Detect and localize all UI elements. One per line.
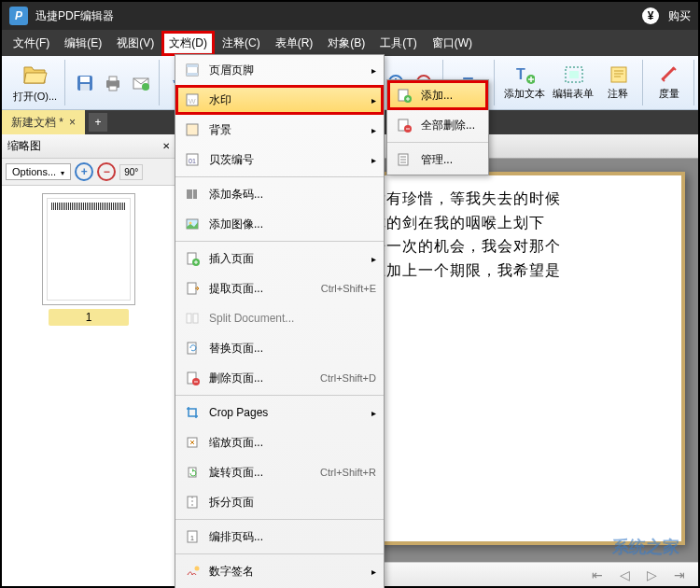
- svg-rect-28: [188, 283, 196, 294]
- menu-edit[interactable]: 编辑(E): [57, 31, 109, 56]
- thumb-zoom-out[interactable]: −: [97, 162, 116, 181]
- menu-insert-page[interactable]: 插入页面 ▸: [175, 244, 384, 273]
- document-tab[interactable]: 新建文档 * ×: [2, 110, 85, 134]
- menu-extract-page[interactable]: 提取页面... Ctrl+Shift+E: [175, 273, 384, 303]
- nav-next-button[interactable]: ▷: [641, 566, 663, 584]
- separator: [175, 176, 384, 177]
- svg-rect-4: [109, 77, 117, 81]
- svg-rect-5: [109, 86, 117, 91]
- chevron-right-icon: ▸: [371, 408, 376, 418]
- app-title: 迅捷PDF编辑器: [35, 8, 642, 24]
- open-button[interactable]: 打开(O)...: [9, 60, 61, 105]
- separator: [175, 553, 384, 554]
- nav-prev-button[interactable]: ◁: [614, 566, 636, 584]
- email-button[interactable]: [127, 71, 155, 95]
- options-button[interactable]: Options... ▾: [6, 163, 71, 180]
- svg-text:T: T: [516, 66, 525, 82]
- svg-rect-17: [187, 64, 198, 67]
- delete-page-icon: [183, 369, 202, 387]
- currency-icon[interactable]: ¥: [642, 7, 659, 24]
- menu-bates[interactable]: 01 贝茨编号 ▸: [175, 145, 384, 175]
- thumbnail-sidebar: 缩略图 ✕ Options... ▾ + − 90° 1: [2, 134, 176, 586]
- menu-page-number[interactable]: 1 编排页码...: [175, 522, 384, 552]
- svg-rect-2: [80, 84, 90, 91]
- manage-icon: [395, 150, 413, 169]
- close-tab-button[interactable]: ×: [69, 116, 76, 129]
- bates-icon: 01: [183, 150, 202, 169]
- nav-first-button[interactable]: ⇤: [586, 566, 609, 584]
- menu-background[interactable]: 背景 ▸: [175, 115, 384, 145]
- split-icon: [183, 309, 202, 328]
- menu-crop-pages[interactable]: Crop Pages ▸: [175, 398, 384, 427]
- menu-header-footer[interactable]: 页眉页脚 ▸: [175, 55, 384, 85]
- sidebar-close-button[interactable]: ✕: [162, 141, 170, 151]
- titlebar: P 迅捷PDF编辑器 ¥ 购买: [2, 2, 698, 30]
- form-icon: [563, 64, 583, 85]
- menu-file[interactable]: 文件(F): [6, 31, 57, 56]
- submenu-add[interactable]: 添加...: [387, 80, 488, 110]
- separator: [387, 142, 488, 143]
- menu-object[interactable]: 对象(B): [320, 31, 372, 56]
- printer-icon: [103, 73, 123, 93]
- menu-form[interactable]: 表单(R): [268, 31, 321, 56]
- background-icon: [183, 120, 202, 139]
- menu-replace-page[interactable]: 替换页面...: [175, 333, 384, 363]
- menu-split-document[interactable]: Split Document...: [175, 303, 384, 333]
- barcode-icon: [183, 185, 202, 203]
- extract-icon: [183, 279, 202, 298]
- menu-split-page[interactable]: 拆分页面: [175, 487, 384, 517]
- chevron-right-icon: ▸: [371, 155, 376, 165]
- menu-tools[interactable]: 工具(T): [372, 31, 424, 56]
- sidebar-title: 缩略图: [7, 138, 41, 154]
- menu-watermark[interactable]: W 水印 ▸: [175, 85, 384, 115]
- annotate-button[interactable]: 注释: [597, 63, 638, 103]
- menu-document[interactable]: 文档(D): [161, 31, 215, 56]
- svg-rect-31: [188, 343, 196, 354]
- nav-last-button[interactable]: ⇥: [668, 566, 691, 584]
- watermark-icon: W: [183, 91, 202, 109]
- delete-all-icon: [395, 116, 413, 134]
- svg-point-39: [195, 567, 200, 571]
- chevron-right-icon: ▸: [371, 65, 376, 76]
- menu-window[interactable]: 窗口(W): [425, 31, 480, 56]
- save-button[interactable]: [71, 71, 99, 95]
- submenu-delete-all[interactable]: 全部删除...: [387, 110, 488, 140]
- edit-form-button[interactable]: 编辑表单: [549, 63, 597, 103]
- measure-button[interactable]: 度量: [649, 63, 690, 103]
- menu-zoom-page[interactable]: 缩放页面...: [175, 427, 384, 457]
- add-tab-button[interactable]: +: [89, 113, 107, 132]
- add-icon: [395, 86, 413, 105]
- menu-add-image[interactable]: 添加图像...: [175, 209, 384, 239]
- menu-delete-page[interactable]: 删除页面... Ctrl+Shift+D: [175, 363, 384, 393]
- svg-rect-15: [611, 67, 626, 82]
- menu-digital-sign[interactable]: 数字签名 ▸: [175, 556, 384, 586]
- thumbnail-page-number: 1: [49, 309, 130, 326]
- menu-annotate[interactable]: 注释(C): [215, 31, 268, 56]
- print-button[interactable]: [99, 71, 127, 95]
- separator: [175, 519, 384, 520]
- svg-text:01: 01: [189, 158, 196, 164]
- email-icon: [131, 73, 151, 93]
- menu-view[interactable]: 视图(V): [109, 31, 161, 56]
- svg-rect-14: [569, 71, 579, 78]
- svg-rect-1: [80, 77, 90, 82]
- split-page-icon: [183, 493, 202, 511]
- page-thumbnail[interactable]: [42, 193, 135, 305]
- submenu-manage[interactable]: 管理...: [387, 145, 488, 175]
- save-icon: [75, 73, 95, 93]
- page-number-icon: 1: [183, 527, 202, 546]
- thumb-zoom-in[interactable]: +: [75, 162, 93, 181]
- separator: [175, 395, 384, 396]
- menu-rotate-page[interactable]: 旋转页面... Ctrl+Shift+R: [175, 457, 384, 487]
- svg-rect-21: [187, 124, 198, 135]
- rotate-button[interactable]: 90°: [119, 164, 143, 180]
- replace-icon: [183, 339, 202, 357]
- svg-rect-29: [187, 314, 191, 323]
- menu-add-barcode[interactable]: 添加条码...: [175, 179, 384, 209]
- signature-icon: [183, 562, 202, 581]
- add-text-button[interactable]: T 添加文本: [500, 63, 549, 103]
- ruler-icon: [659, 64, 679, 85]
- svg-text:W: W: [189, 97, 196, 105]
- buy-link[interactable]: 购买: [668, 8, 691, 24]
- svg-rect-18: [187, 73, 198, 76]
